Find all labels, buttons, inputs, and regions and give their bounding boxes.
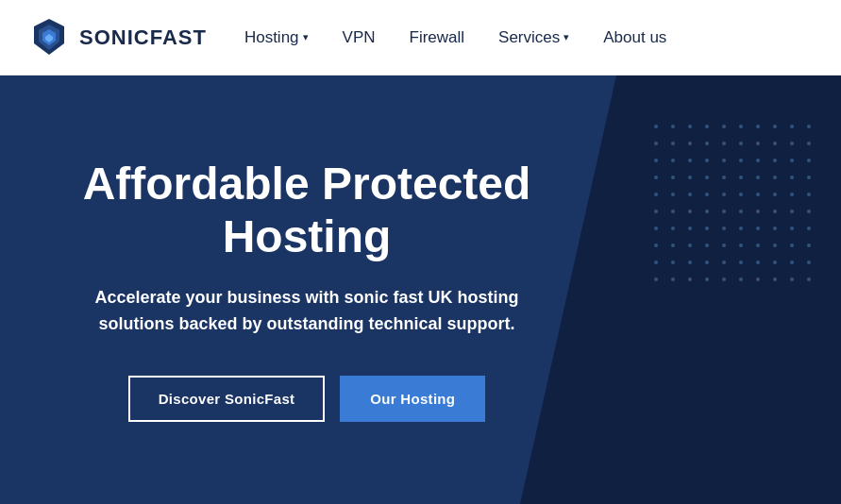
hero-subtitle: Accelerate your business with sonic fast… bbox=[80, 285, 533, 338]
main-nav: Hosting ▾ VPN Firewall Services ▾ About … bbox=[244, 28, 666, 47]
nav-services[interactable]: Services ▾ bbox=[498, 28, 569, 47]
logo-text: SONICFAST bbox=[79, 25, 207, 50]
sonicfast-logo-icon bbox=[28, 17, 70, 59]
hero-dots-decoration bbox=[652, 123, 822, 293]
hero-title: Affordable Protected Hosting bbox=[76, 158, 538, 261]
hero-content: Affordable Protected Hosting Accelerate … bbox=[0, 158, 614, 421]
nav-firewall[interactable]: Firewall bbox=[410, 28, 465, 47]
nav-about[interactable]: About us bbox=[603, 28, 666, 47]
nav-hosting[interactable]: Hosting ▾ bbox=[244, 28, 309, 47]
svg-rect-5 bbox=[652, 123, 822, 293]
our-hosting-button[interactable]: Our Hosting bbox=[340, 376, 485, 422]
header: SONICFAST Hosting ▾ VPN Firewall Service… bbox=[0, 0, 841, 76]
nav-vpn[interactable]: VPN bbox=[343, 28, 376, 47]
chevron-down-icon: ▾ bbox=[303, 31, 309, 43]
discover-sonicfast-button[interactable]: Discover SonicFast bbox=[128, 376, 326, 422]
chevron-down-icon: ▾ bbox=[563, 31, 569, 43]
hero-section: Affordable Protected Hosting Accelerate … bbox=[0, 76, 841, 504]
logo-area[interactable]: SONICFAST bbox=[28, 17, 207, 59]
hero-buttons: Discover SonicFast Our Hosting bbox=[76, 376, 538, 422]
